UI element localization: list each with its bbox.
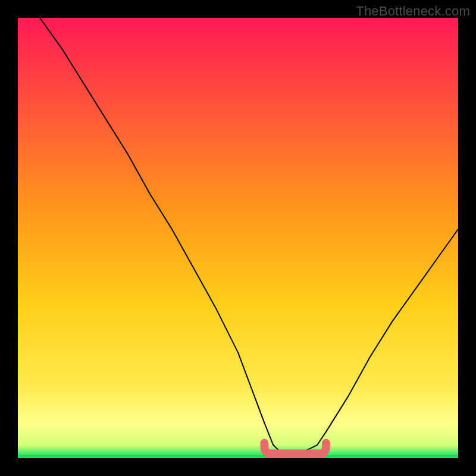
- chart-frame: TheBottleneck.com: [0, 0, 476, 476]
- watermark-text: TheBottleneck.com: [356, 4, 470, 19]
- plot-area: [18, 18, 458, 458]
- bottleneck-chart: [18, 18, 458, 458]
